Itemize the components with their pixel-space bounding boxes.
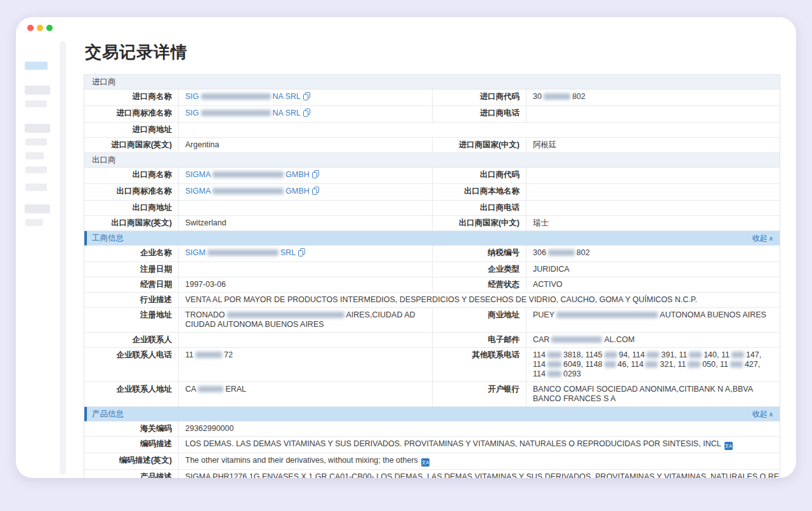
value-text: 114	[533, 369, 546, 378]
zoom-button[interactable]	[46, 25, 53, 31]
field-label: 产品描述	[84, 470, 178, 478]
translate-icon[interactable]: 文A	[724, 442, 733, 450]
company-link[interactable]: SIGNA SRL	[185, 109, 301, 117]
redacted-text	[645, 361, 658, 368]
field-value	[178, 201, 432, 215]
section-title: 进口商	[92, 77, 116, 88]
field-value: 1143818, 114594, 114391, 11140, 11147,11…	[526, 348, 780, 382]
table-row: 进口商国家(英文)Argentina进口商国家(中文)阿根廷	[84, 138, 780, 153]
value-text: GMBH	[285, 187, 310, 196]
sidebar-item[interactable]	[25, 219, 43, 226]
sidebar-item[interactable]	[25, 183, 47, 191]
table-row: 编码描述(英文)The other vitamins and their der…	[84, 453, 780, 470]
value-text: 0293	[563, 369, 581, 378]
redacted-text	[548, 249, 575, 256]
value-text: 114	[533, 360, 546, 369]
value-text: 147,	[746, 350, 761, 359]
value-text: Argentina	[185, 140, 219, 149]
sidebar-item[interactable]	[25, 204, 50, 213]
table-row: 出口商标准名称SIGMAGMBH出口商本地名称	[84, 184, 780, 201]
field-value: PUEYAUTONOMA BUENOS AIRES	[526, 308, 780, 332]
field-value: 1172	[178, 348, 432, 382]
value-text: Switzerland	[185, 218, 226, 227]
value-text: 11	[185, 350, 193, 359]
table-row: 企业名称SIGMSRL纳税编号306802	[84, 246, 780, 262]
redacted-text	[646, 352, 659, 358]
close-button[interactable]	[27, 25, 34, 31]
field-label: 进口商国家(英文)	[84, 138, 178, 152]
field-value: SIGNA SRL	[178, 106, 432, 122]
value-text: 94, 114	[619, 350, 645, 359]
field-value: SIGMSRL	[178, 246, 432, 262]
sidebar-item[interactable]	[25, 100, 47, 107]
sidebar-item[interactable]	[25, 124, 50, 133]
field-label: 企业联系人电话	[84, 348, 178, 382]
value-text: GMBH	[285, 170, 310, 179]
field-label: 注册日期	[84, 262, 178, 277]
value-text: PUEY	[533, 310, 554, 319]
value-text: NA SRL	[273, 92, 301, 101]
value-text: 29362990000	[185, 424, 233, 433]
copy-icon[interactable]	[298, 248, 305, 259]
field-label: 进口商地址	[84, 123, 178, 137]
browser-window: 交易记录详情 进口商进口商名称SIGNA SRL进口商代码30802进口商标准名…	[16, 17, 796, 478]
copy-icon[interactable]	[303, 92, 310, 103]
redacted-text	[605, 352, 617, 358]
value-text: 阿根廷	[533, 140, 557, 149]
field-value: ACTIVO	[526, 277, 780, 292]
section-title: 出口商	[92, 155, 116, 166]
value-text: 140, 11	[704, 350, 730, 359]
copy-icon[interactable]	[303, 109, 310, 119]
value-text: 3818, 1145	[563, 350, 603, 359]
value-text: SIG	[185, 109, 199, 117]
collapse-button[interactable]: 收起∧	[752, 409, 773, 420]
sidebar-item-active[interactable]	[25, 62, 48, 70]
field-label: 经营日期	[84, 277, 178, 292]
value-text: 46, 114	[618, 360, 644, 369]
redacted-text	[201, 110, 271, 116]
company-link[interactable]: SIGNA SRL	[185, 92, 301, 101]
field-value: SIGNA SRL	[178, 90, 432, 105]
redacted-text	[213, 188, 284, 194]
field-label: 电子邮件	[432, 333, 526, 347]
sidebar-item[interactable]	[25, 152, 44, 159]
field-value	[178, 123, 780, 137]
copy-icon[interactable]	[312, 170, 319, 181]
field-label: 出口商名称	[84, 168, 178, 183]
sidebar-item[interactable]	[25, 166, 47, 173]
field-value: SIGMAGMBH	[178, 168, 432, 183]
sidebar-item[interactable]	[25, 86, 50, 95]
company-link[interactable]: SIGMSRL	[185, 248, 296, 257]
sidebar-item[interactable]	[25, 138, 47, 145]
field-value: 29362990000	[178, 421, 780, 436]
table-row: 经营日期1997-03-06经营状态ACTIVO	[84, 277, 780, 293]
company-link[interactable]: SIGMAGMBH	[185, 170, 310, 179]
field-label: 编码描述	[84, 437, 178, 453]
translate-icon[interactable]: 文A	[421, 458, 429, 467]
value-text: BANCO COMAFI SOCIEDAD ANONIMA,CITIBANK N…	[533, 385, 752, 403]
value-text: TRONADO	[185, 310, 225, 319]
value-text: 114	[533, 350, 546, 359]
field-value: JURIDICA	[526, 262, 780, 277]
field-label: 企业名称	[84, 246, 178, 262]
redacted-text	[547, 352, 561, 358]
table-row: 产品描述SIGMA PHR1276 1G ENVASES X 1 GR CA01…	[84, 470, 780, 478]
collapse-button[interactable]: 收起∧	[752, 233, 773, 244]
redacted-text	[688, 361, 700, 368]
value-text: CAR	[533, 335, 549, 344]
table-row: 出口商名称SIGMAGMBH出口商代码	[84, 168, 780, 184]
field-label: 出口商国家(中文)	[432, 216, 526, 230]
copy-icon[interactable]	[312, 187, 319, 197]
field-label: 其他联系电话	[432, 348, 526, 382]
field-value: CARAL.COM	[526, 333, 780, 347]
table-row: 企业联系人电话1172其他联系电话1143818, 114594, 114391…	[84, 348, 780, 382]
field-value: BANCO COMAFI SOCIEDAD ANONIMA,CITIBANK N…	[526, 382, 780, 406]
page-title: 交易记录详情	[85, 41, 780, 63]
section-header-product-info: 产品信息收起∧	[84, 407, 780, 421]
value-text: AUTONOMA BUENOS AIRES	[660, 310, 766, 319]
company-link[interactable]: SIGMAGMBH	[185, 187, 310, 196]
value-text: CA	[185, 385, 196, 394]
minimize-button[interactable]	[37, 25, 43, 31]
field-value: The other vitamins and their derivatives…	[178, 453, 780, 469]
section-title: 产品信息	[92, 409, 124, 420]
